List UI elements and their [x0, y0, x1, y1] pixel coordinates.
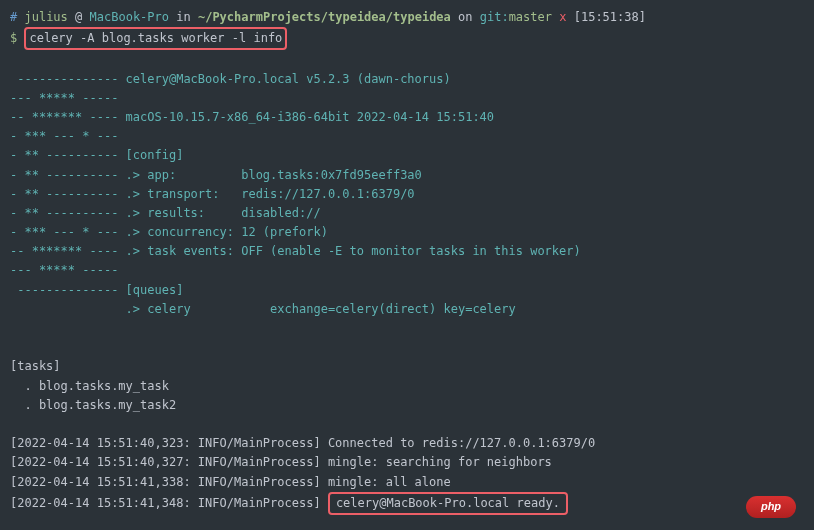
task-2: . blog.tasks.my_task2	[10, 396, 804, 415]
log-line-1: [2022-04-14 15:51:40,323: INFO/MainProce…	[10, 434, 804, 453]
prompt-time: [15:51:38]	[574, 10, 646, 24]
banner-app: - ** ---------- .> app: blog.tasks:0x7fd…	[10, 166, 804, 185]
prompt-dirty-icon: x	[559, 10, 566, 24]
prompt-user: julius	[24, 10, 67, 24]
banner-concurrency: - *** --- * --- .> concurrency: 12 (pref…	[10, 223, 804, 242]
prompt-line-1: # julius @ MacBook-Pro in ~/PycharmProje…	[10, 8, 804, 27]
command-text: celery -A blog.tasks worker -l info	[29, 31, 282, 45]
log-line-2: [2022-04-14 15:51:40,327: INFO/MainProce…	[10, 453, 804, 472]
prompt-line-2[interactable]: $ celery -A blog.tasks worker -l info	[10, 27, 804, 50]
blank-line	[10, 50, 804, 69]
banner-line-1: -------------- celery@MacBook-Pro.local …	[10, 70, 804, 89]
watermark-logo: php	[746, 496, 796, 518]
prompt-branch: master	[509, 10, 552, 24]
log-line-3: [2022-04-14 15:51:41,338: INFO/MainProce…	[10, 473, 804, 492]
prompt-git: git:	[480, 10, 509, 24]
banner-results: - ** ---------- .> results: disabled://	[10, 204, 804, 223]
banner-queue-celery: .> celery exchange=celery(direct) key=ce…	[10, 300, 804, 319]
banner-line-4: - *** --- * ---	[10, 127, 804, 146]
banner-line-2: --- ***** -----	[10, 89, 804, 108]
log-line-4: [2022-04-14 15:51:41,348: INFO/MainProce…	[10, 492, 804, 515]
prompt-at: @	[75, 10, 82, 24]
prompt-host: MacBook-Pro	[90, 10, 169, 24]
tasks-header: [tasks]	[10, 357, 804, 376]
banner-queues: -------------- [queues]	[10, 281, 804, 300]
blank-line-2	[10, 319, 804, 338]
banner-config: - ** ---------- [config]	[10, 146, 804, 165]
prompt-dollar: $	[10, 31, 17, 45]
blank-line-4	[10, 415, 804, 434]
banner-line-11: --- ***** -----	[10, 261, 804, 280]
prompt-on: on	[458, 10, 472, 24]
prompt-hash: #	[10, 10, 17, 24]
blank-line-3	[10, 338, 804, 357]
prompt-path: ~/PycharmProjects/typeidea/typeidea	[198, 10, 451, 24]
task-1: . blog.tasks.my_task	[10, 377, 804, 396]
banner-task-events: -- ******* ---- .> task events: OFF (ena…	[10, 242, 804, 261]
ready-highlight: celery@MacBook-Pro.local ready.	[328, 492, 568, 515]
prompt-in: in	[176, 10, 190, 24]
command-highlight: celery -A blog.tasks worker -l info	[24, 27, 287, 50]
banner-transport: - ** ---------- .> transport: redis://12…	[10, 185, 804, 204]
banner-line-3: -- ******* ---- macOS-10.15.7-x86_64-i38…	[10, 108, 804, 127]
